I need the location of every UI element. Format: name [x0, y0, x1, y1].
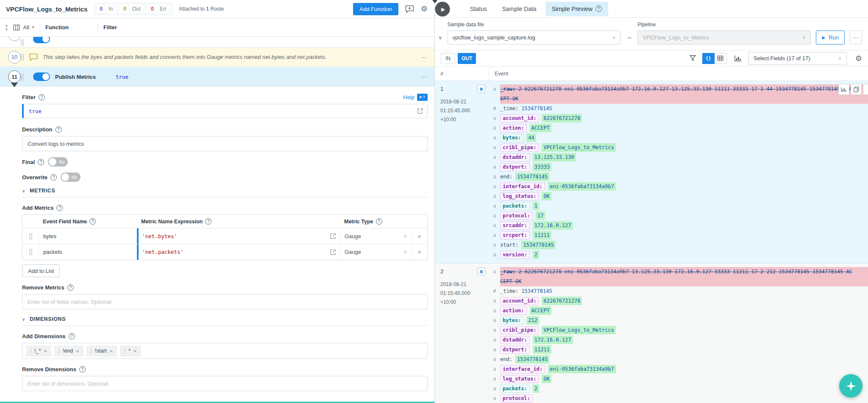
event-field-action[interactable]: aaction:ACCEPT — [489, 123, 868, 133]
event-field-srcaddr[interactable]: asrcaddr:172.16.0.127 — [489, 221, 868, 231]
expand-editor-icon[interactable] — [417, 108, 423, 114]
chart-view-icon[interactable] — [734, 55, 742, 61]
table-view-icon[interactable] — [715, 53, 727, 64]
field-name[interactable]: start: — [500, 242, 518, 248]
field-name[interactable]: bytes: — [500, 317, 523, 325]
dimension-chip[interactable]: *× — [120, 346, 140, 356]
field-name[interactable]: account_id: — [500, 297, 539, 305]
collapse-panel-button[interactable]: ▶ — [435, 2, 450, 17]
dimensions-section-header[interactable]: ∨DIMENSIONS — [22, 316, 428, 326]
function-toggle[interactable] — [33, 37, 50, 43]
help-icon[interactable]: ? — [39, 94, 45, 100]
metric-name-expression-cell[interactable]: 'net.packets' — [137, 244, 340, 260]
field-name[interactable]: version: — [500, 251, 530, 259]
field-name[interactable]: end: — [500, 356, 512, 362]
event-field-cribl_pipe[interactable]: acribl_pipe:VPCFlow_Logs_to_Metrics — [489, 325, 868, 335]
remove-chip-icon[interactable]: × — [44, 348, 47, 354]
field-name[interactable]: log_status: — [500, 192, 539, 200]
event-field-version[interactable]: aversion:2 — [489, 250, 868, 260]
field-name[interactable]: interface_id: — [500, 365, 545, 373]
event-field-interface_id[interactable]: ainterface_id:eni-0536faba73134a9b7 — [489, 364, 868, 374]
help-link[interactable]: Help▶? — [403, 94, 428, 101]
drag-handle-icon[interactable] — [29, 233, 33, 240]
event-field-packets[interactable]: apackets:2 — [489, 384, 868, 394]
event-row[interactable]: 2 m 2018-08-2101:15:45.000+10:00 a _raw:… — [435, 264, 868, 403]
event-field-end[interactable]: aend:1534778145 — [489, 172, 868, 182]
remove-chip-icon[interactable]: × — [134, 348, 137, 354]
docs-icon[interactable]: ▶? — [417, 94, 428, 101]
metric-type-select[interactable]: Gauge∨ — [340, 228, 411, 244]
field-name[interactable]: log_status: — [500, 375, 539, 383]
field-name[interactable]: packets: — [500, 385, 530, 393]
field-name[interactable]: srcaddr: — [500, 222, 530, 230]
remove-row-icon[interactable]: × — [411, 244, 427, 260]
dimension-chip[interactable]: !start× — [87, 346, 117, 356]
publish-metrics-row[interactable]: 11 Publish Metrics true ⋯ — [0, 67, 434, 87]
metrics-section-header[interactable]: ∨METRICS — [22, 188, 428, 197]
tab-status[interactable]: Status — [464, 2, 493, 16]
remove-dimensions-input[interactable]: Enter list of dimensions. Optional. — [22, 376, 428, 391]
event-field-account_id[interactable]: aaccount_id:622676721278 — [489, 114, 868, 123]
drag-handle-icon[interactable] — [58, 348, 60, 354]
assistant-fab-button[interactable] — [839, 374, 862, 397]
event-kebab-icon[interactable]: ⋮ — [863, 84, 868, 95]
event-field-dstport[interactable]: adstport:33333 — [489, 162, 868, 172]
event-field-end[interactable]: aend:1534778145 — [489, 355, 868, 364]
drag-handle-icon[interactable] — [29, 248, 33, 256]
event-field-dstaddr[interactable]: adstaddr:172.16.0.127 — [489, 335, 868, 345]
event-field-srcport[interactable]: asrcport:11211 — [489, 231, 868, 240]
drag-handle-icon[interactable] — [124, 348, 125, 354]
preview-settings-gear-icon[interactable]: ⚙ — [855, 55, 862, 62]
remove-chip-icon[interactable]: × — [76, 348, 79, 354]
function-more-icon[interactable]: ⋯ — [421, 73, 428, 80]
in-tab[interactable]: IN — [441, 53, 455, 64]
event-field-protocol[interactable]: aprotocol: — [489, 394, 868, 403]
collapse-all-icon[interactable]: ∨∧ — [5, 24, 8, 31]
field-name[interactable]: interface_id: — [500, 183, 545, 191]
event-field-name-cell[interactable]: packets — [39, 244, 137, 260]
sample-file-select[interactable]: vpcflow_logs_sample_capture.log∨ — [448, 31, 621, 44]
event-field-action[interactable]: aaction:ACCEPT — [489, 306, 868, 316]
raw-field[interactable]: _raw: 2 622676721278 eni-0536faba73134a9… — [500, 267, 868, 286]
metric-type-select[interactable]: Gauge∨ — [340, 244, 411, 260]
columns-icon[interactable] — [13, 25, 20, 31]
event-field-name-cell[interactable]: bytes — [39, 228, 137, 244]
event-field-protocol[interactable]: aprotocol:17 — [489, 211, 868, 221]
field-name[interactable]: action: — [500, 307, 527, 315]
remove-metrics-input[interactable]: Enter list of fields names. Optional. — [22, 294, 428, 309]
field-name[interactable]: cribl_pipe: — [500, 326, 539, 334]
event-field-log_status[interactable]: alog_status:OK — [489, 192, 868, 201]
field-name[interactable]: packets: — [500, 202, 530, 210]
help-icon[interactable]: ? — [56, 205, 63, 211]
drag-handle-icon[interactable] — [20, 73, 24, 81]
tab-sample-data[interactable]: Sample Data — [496, 2, 543, 16]
description-input[interactable]: Convert logs to metrics — [22, 136, 428, 151]
select-fields-dropdown[interactable]: Select Fields (17 of 17)∨ — [748, 52, 847, 65]
json-view-button[interactable]: {} — [702, 53, 715, 64]
field-name[interactable]: bytes: — [500, 134, 523, 142]
expand-editor-icon[interactable] — [330, 233, 336, 239]
pipeline-select[interactable]: VPCFlow_Logs_to_Metrics∨ — [637, 31, 811, 44]
add-comment-icon[interactable] — [405, 5, 414, 13]
event-field-cribl_pipe[interactable]: acribl_pipe:VPCFlow_Logs_to_Metrics — [489, 143, 868, 153]
remove-row-icon[interactable]: × — [411, 228, 427, 244]
out-tab[interactable]: OUT — [458, 53, 476, 64]
dimension-chip[interactable]: !_*× — [26, 346, 51, 356]
help-icon[interactable]: ? — [376, 218, 382, 225]
event-field-log_status[interactable]: alog_status:OK — [489, 374, 868, 384]
drag-handle-icon[interactable] — [20, 39, 24, 46]
event-field-account_id[interactable]: aaccount_id:622676721278 — [489, 296, 868, 306]
chart-field-icon[interactable] — [838, 84, 849, 95]
comment-row[interactable]: 10 This step takes the byes and packets … — [0, 47, 434, 67]
tab-simple-preview[interactable]: Simple Preview? — [545, 2, 608, 16]
help-icon[interactable]: ? — [56, 126, 62, 133]
field-name[interactable]: dstaddr: — [500, 153, 530, 161]
run-more-options-button[interactable]: ⋯ — [850, 31, 862, 44]
help-icon[interactable]: ? — [69, 333, 75, 339]
field-name[interactable]: dstaddr: — [500, 336, 530, 344]
add-to-list-button[interactable]: Add to List — [22, 264, 60, 277]
dimension-chip[interactable]: !end× — [55, 346, 83, 356]
attached-routes[interactable]: Attached to 1 Route — [179, 6, 224, 12]
add-dimensions-input[interactable]: !_*×!end×!start×*× — [22, 343, 428, 359]
function-enabled-toggle[interactable] — [33, 72, 50, 81]
